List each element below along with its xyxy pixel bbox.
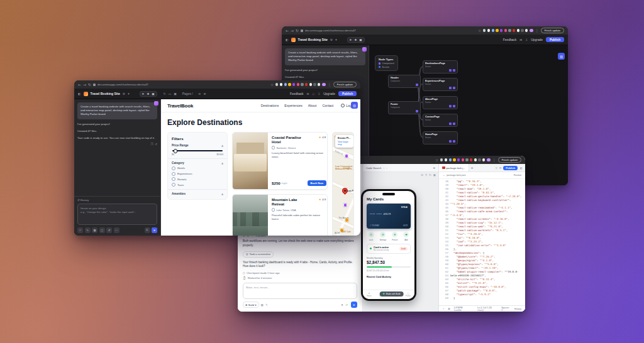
new-tab-icon[interactable]: ✚ bbox=[471, 166, 474, 170]
category-section[interactable]: Category▲ bbox=[172, 161, 223, 165]
extension-icons[interactable] bbox=[440, 158, 485, 161]
profile-avatar[interactable] bbox=[322, 83, 326, 87]
history-row[interactable]: ↺ History bbox=[77, 197, 157, 204]
site-info-icon[interactable] bbox=[93, 84, 96, 86]
chat-input[interactable]: Make, test, iterate... bbox=[243, 283, 357, 299]
editor-publish-button[interactable]: Publish bbox=[503, 166, 518, 170]
add-tab-icon[interactable]: ✚ bbox=[433, 166, 435, 170]
radio-icon[interactable] bbox=[172, 177, 175, 181]
profile-avatar[interactable] bbox=[487, 158, 491, 162]
feedback-button[interactable]: Feedback bbox=[290, 92, 303, 95]
map-poi-label[interactable]: Chin Ch... bbox=[343, 167, 352, 170]
mic-icon[interactable]: ♦ bbox=[341, 303, 343, 307]
forward-icon[interactable]: → bbox=[291, 29, 294, 33]
component-node[interactable]: Header Component bbox=[388, 75, 421, 88]
pages-dropdown[interactable]: Pages / bbox=[182, 92, 193, 95]
chat-toggle-button[interactable]: ▨ bbox=[558, 53, 565, 60]
action-lock[interactable]: ⚿Lock bbox=[369, 232, 374, 241]
map-place-card[interactable]: Envato Pl... View larger map bbox=[335, 135, 353, 148]
url-bar[interactable]: dev.animaapp.com/chat/minisucsbrrvta47 bbox=[97, 83, 148, 86]
sidebar-toggle-icon[interactable]: ◧ bbox=[286, 38, 289, 41]
history-small-icon[interactable]: ↺ bbox=[106, 227, 112, 233]
chat-input[interactable]: Iterate on your design. e.g., "change th… bbox=[77, 204, 157, 225]
build-mode-dropdown[interactable]: ⊕ Build ▾ bbox=[243, 302, 259, 308]
screen-node[interactable]: HomePage Screen bbox=[423, 131, 458, 144]
project-chevron-icon[interactable]: ▾ bbox=[128, 92, 129, 95]
site-logo[interactable]: TravelBook bbox=[167, 103, 193, 109]
filter-option[interactable]: Experiences bbox=[172, 172, 223, 176]
download-icon[interactable]: ⇩ bbox=[318, 92, 320, 95]
panel-icon[interactable]: ◧ bbox=[520, 166, 523, 170]
map-poi-label[interactable]: ACMI bbox=[335, 232, 340, 234]
send-button[interactable]: ➤ bbox=[351, 302, 357, 308]
view-larger-map-link[interactable]: View larger map bbox=[338, 141, 351, 146]
map-marker[interactable] bbox=[345, 154, 349, 158]
file-tab[interactable]: package-lock.j... bbox=[439, 164, 469, 172]
action-freeze[interactable]: ❄Freeze bbox=[392, 232, 397, 241]
project-chevron-icon[interactable]: ▾ bbox=[335, 38, 336, 41]
finish-update-button[interactable]: Finish update bbox=[333, 82, 357, 87]
project-title[interactable]: Travel Booking Site bbox=[91, 92, 120, 95]
radio-icon[interactable] bbox=[172, 183, 175, 187]
ai-icon[interactable]: ⚡ bbox=[443, 308, 444, 310]
screen-node[interactable]: ContactPage Screen bbox=[423, 114, 458, 127]
zoom-out-icon[interactable]: ⊖ bbox=[198, 92, 201, 95]
filter-option[interactable]: Hotels bbox=[172, 166, 223, 170]
screen-node[interactable]: DestinationsPage Screen bbox=[423, 60, 458, 74]
back-icon[interactable]: ← bbox=[286, 29, 289, 33]
image-icon[interactable]: ▦ bbox=[92, 227, 97, 233]
nav-contact[interactable]: Contact bbox=[322, 104, 333, 107]
radio-icon[interactable] bbox=[172, 166, 175, 170]
publish-button[interactable]: Publish bbox=[338, 91, 357, 96]
grid-icon[interactable]: ⊞ bbox=[519, 38, 522, 41]
component-node[interactable]: Footer Component bbox=[388, 101, 421, 114]
format-button[interactable]: Format bbox=[514, 174, 521, 177]
expand-icon[interactable]: ⇱ bbox=[145, 227, 150, 233]
sidebar-toggle-icon[interactable]: ◧ bbox=[78, 92, 81, 95]
radio-icon[interactable] bbox=[172, 172, 175, 176]
hotel-card[interactable]: Coastal Paradise Hotel ★4.8 Santorini, G… bbox=[232, 132, 328, 190]
zoom-in-icon[interactable]: ⊕ bbox=[203, 92, 206, 95]
site-info-icon[interactable] bbox=[301, 30, 303, 32]
grid-icon[interactable]: ⊞ bbox=[307, 92, 309, 95]
code-editor[interactable]: 3839404142434445464748495051525354555657… bbox=[439, 179, 525, 305]
project-title[interactable]: Travel Booking Site bbox=[298, 38, 328, 41]
upgrade-button[interactable]: Upgrade bbox=[531, 38, 543, 41]
nav-about[interactable]: About bbox=[308, 104, 317, 107]
search-icon[interactable]: ⚲ bbox=[496, 166, 497, 170]
price-range-section[interactable]: Price Range▲ bbox=[172, 144, 223, 147]
preview-controls[interactable]: ⊞⚲↻▣ bbox=[421, 173, 436, 177]
lock-chip[interactable]: Lock bbox=[399, 247, 408, 251]
fullscreen-icon[interactable]: ▣ bbox=[174, 92, 177, 95]
extension-icons[interactable] bbox=[483, 29, 528, 31]
back-icon[interactable]: ← bbox=[78, 83, 81, 87]
reload-icon[interactable]: ↻ bbox=[88, 83, 91, 87]
upgrade-button[interactable]: Upgrade bbox=[323, 92, 335, 95]
project-settings-icon[interactable]: ⚙ bbox=[123, 92, 125, 95]
tab-next-icon[interactable]: › bbox=[386, 166, 387, 170]
reload-icon[interactable]: ↻ bbox=[296, 29, 299, 33]
menu-icon[interactable]: ⋮ bbox=[492, 158, 496, 162]
finish-update-button[interactable]: Finish update bbox=[541, 28, 564, 33]
nav-destinations[interactable]: Destinations bbox=[261, 104, 279, 107]
bookmark-star-icon[interactable]: ☆ bbox=[435, 158, 438, 162]
checkpoint-row[interactable]: ○ Checkpoint made 1 hour ago bbox=[243, 271, 357, 275]
map-marker[interactable] bbox=[343, 203, 348, 207]
map-poi-label[interactable]: NGV Cafe bbox=[341, 231, 351, 233]
edit-icon[interactable]: ✎ bbox=[265, 303, 268, 307]
action-add[interactable]: ✚Add bbox=[403, 232, 409, 241]
feedback-button[interactable]: Feedback bbox=[503, 38, 516, 41]
hotel-card[interactable]: Mountain Lake Retreat ★4.9 Lake Tahoe, U… bbox=[232, 194, 328, 236]
map-panel[interactable]: Exhibition St/101 Collins Collins St Lux… bbox=[332, 132, 354, 236]
screen-node[interactable]: AboutPage Screen bbox=[423, 96, 458, 109]
split-icon[interactable]: ⊟ bbox=[499, 166, 502, 170]
edit-icon[interactable]: ✎ bbox=[85, 227, 91, 233]
menu-icon[interactable]: ⋮ bbox=[328, 83, 331, 87]
url-bar[interactable]: dev.animaapp.com/chat/minisucsbrrvta47 bbox=[305, 29, 356, 32]
forward-icon[interactable]: → bbox=[83, 83, 86, 87]
left-tab-label[interactable]: Code Search bbox=[366, 166, 381, 170]
frame-icon[interactable]: ▢ bbox=[99, 227, 105, 233]
screen-node[interactable]: ExperiencesPage Screen bbox=[423, 78, 458, 91]
bookmark-star-icon[interactable]: ☆ bbox=[270, 83, 274, 87]
image-attach-icon[interactable]: ▦ bbox=[261, 303, 264, 307]
